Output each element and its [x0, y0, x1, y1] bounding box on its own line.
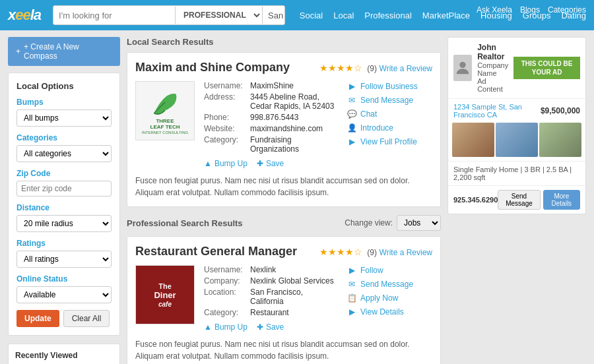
ad-photos: [448, 123, 585, 161]
center-content: Local Search Results Maxim and Shine Com…: [127, 37, 441, 364]
pro-view-details-link[interactable]: ▶View Details: [346, 307, 432, 317]
write-review-link[interactable]: Write a Review: [380, 64, 432, 73]
pro-footer-links: ▲Bump Up ✚Save: [204, 322, 337, 332]
introduce-link[interactable]: 👤Introduce: [346, 123, 432, 133]
chat-link[interactable]: 💬Chat: [346, 109, 432, 119]
categories-link[interactable]: Categories: [548, 5, 586, 15]
plus-icon: +: [16, 47, 20, 56]
pro-result-rating: ★★★★☆ (9) Write a Review: [319, 247, 432, 257]
this-could-be-label: THIS COULD BE YOUR AD: [513, 57, 580, 79]
company-logo: THREELEAF TECHINTERNET CONSULTING: [135, 81, 195, 140]
pro-save-link[interactable]: ✚Save: [257, 322, 284, 332]
ratings-filter: Ratings All ratings: [16, 239, 112, 268]
ask-xeela-link[interactable]: Ask Xeela: [477, 5, 512, 15]
ad-address: 1234 Sample St, San Francisco CA $9,500,…: [448, 99, 585, 123]
address-label: Address:: [204, 92, 250, 111]
ad-phone: 925.345.6290: [453, 196, 498, 204]
pro-category-label: Category:: [204, 308, 250, 317]
blogs-link[interactable]: Blogs: [520, 5, 540, 15]
create-compass-label: + Create A New Compass: [24, 42, 112, 61]
change-view-1: Change view: Jobs Talent: [345, 215, 441, 231]
bumps-filter: Bumps All bumps: [16, 98, 112, 127]
search-type-select[interactable]: PROFESSIONAL: [175, 7, 263, 24]
send-message-link[interactable]: ✉Send Message: [346, 95, 432, 106]
distance-filter: Distance 20 mile radius: [16, 203, 112, 232]
pro-write-review-link[interactable]: Write a Review: [380, 248, 432, 257]
location-input[interactable]: [263, 7, 285, 24]
pro-result-card-1: Restaurant General Manager ★★★★☆ (9) Wri…: [127, 236, 441, 364]
top-links: Ask Xeela Blogs Categories: [477, 5, 586, 15]
nav-marketplace[interactable]: MarketPlace: [422, 11, 470, 20]
pro-send-message-link[interactable]: ✉Send Message: [346, 279, 432, 289]
zipcode-label: Zip Code: [16, 169, 112, 178]
search-input[interactable]: [53, 7, 175, 24]
local-search-header: Local Search Results: [127, 37, 441, 47]
distance-select[interactable]: 20 mile radius: [16, 215, 112, 232]
pro-card-header: Restaurant General Manager ★★★★☆ (9) Wri…: [135, 245, 432, 258]
change-view-select-1[interactable]: Jobs Talent: [397, 215, 441, 231]
main-layout: + + Create A New Compass Local Options B…: [0, 30, 594, 364]
pro-bump-up-link[interactable]: ▲Bump Up: [204, 322, 248, 332]
update-button[interactable]: Update: [16, 310, 59, 327]
online-status-label: Online Status: [16, 274, 112, 284]
pro-follow-link[interactable]: ▶Follow: [346, 265, 432, 276]
right-sidebar: John Realtor Company Name Ad Content THI…: [447, 37, 586, 364]
bumps-label: Bumps: [16, 98, 112, 107]
ad-name: John Realtor: [477, 43, 508, 61]
view-profile-link[interactable]: ▶View Full Profile: [346, 136, 432, 147]
diner-logo: TheDinercafe: [135, 265, 195, 324]
ad-header: John Realtor Company Name Ad Content THI…: [448, 38, 585, 99]
save-link[interactable]: ✚Save: [257, 159, 284, 168]
ad-info: John Realtor Company Name Ad Content: [477, 43, 508, 93]
local-card-description: Fusce non feugiat purus. Nam nec nisi ut…: [135, 175, 432, 198]
ad-photo-2: [496, 123, 538, 157]
pro-result-title: Restaurant General Manager: [135, 245, 297, 258]
pro-follow-icon: ▶: [346, 265, 357, 276]
send-message-button[interactable]: Send Message: [498, 190, 540, 210]
online-status-select[interactable]: Available: [16, 286, 112, 303]
ad-company: Company Name: [477, 61, 508, 77]
recently-viewed-title: Recently Viewed: [15, 351, 113, 360]
pro-message-icon: ✉: [346, 279, 357, 289]
pro-company-label: Company:: [204, 276, 250, 286]
categories-select[interactable]: All categories: [16, 145, 112, 162]
categories-filter: Categories All categories: [16, 133, 112, 162]
review-count: (9): [367, 64, 377, 73]
local-options-panel: Local Options Bumps All bumps Categories…: [8, 73, 120, 336]
address-value: 3445 Abeline Road, Cedar Rapids, IA 5240…: [250, 92, 337, 111]
pro-category-value: Restaurant: [250, 308, 289, 317]
nav-local[interactable]: Local: [333, 11, 354, 20]
chat-icon: 💬: [346, 109, 357, 119]
zipcode-input[interactable]: [16, 181, 112, 197]
local-result-rating: ★★★★☆ (9) Write a Review: [319, 63, 432, 73]
svg-point-3: [459, 62, 465, 68]
ratings-select[interactable]: All ratings: [16, 251, 112, 268]
pro-company-value: Nexlink Global Services: [250, 276, 334, 286]
nav-social[interactable]: Social: [300, 11, 323, 20]
username-label: Username:: [204, 81, 250, 90]
distance-label: Distance: [16, 203, 112, 212]
create-compass-button[interactable]: + + Create A New Compass: [8, 37, 120, 66]
pro-card-body: TheDinercafe Username:Nexlink Company:Ne…: [135, 265, 432, 332]
ad-specs: Single Family Home | 3 BR | 2.5 BA | 2,2…: [448, 161, 585, 185]
bump-up-link[interactable]: ▲Bump Up: [204, 159, 248, 168]
header: xeela PROFESSIONAL 🔍 Social Local Profes…: [0, 0, 594, 30]
filter-buttons: Update Clear All: [16, 310, 112, 327]
pro-location-value: San Francisco, California: [250, 288, 337, 306]
clear-button[interactable]: Clear All: [63, 310, 110, 327]
local-result-title: Maxim and Shine Company: [135, 61, 290, 75]
local-card-body: THREELEAF TECHINTERNET CONSULTING Userna…: [135, 81, 432, 168]
pro-search-header-1: Professional Search Results Change view:…: [127, 215, 441, 231]
ad-buttons: Send Message More Details: [498, 190, 580, 210]
follow-business-link[interactable]: ▶Follow Business: [346, 81, 432, 92]
more-details-button[interactable]: More Details: [543, 190, 580, 210]
bumps-select[interactable]: All bumps: [16, 109, 112, 127]
stars: ★★★★☆: [319, 63, 362, 73]
pro-search-title-1: Professional Search Results: [127, 218, 243, 228]
phone-value: 998.876.5443: [250, 113, 298, 122]
pro-apply-link[interactable]: 📋Apply Now: [346, 293, 432, 303]
local-card-header: Maxim and Shine Company ★★★★☆ (9) Write …: [135, 61, 432, 75]
local-card-details: Username:MaximShine Address:3445 Abeline…: [204, 81, 337, 168]
local-options-title: Local Options: [16, 81, 112, 91]
nav-professional[interactable]: Professional: [364, 11, 412, 20]
